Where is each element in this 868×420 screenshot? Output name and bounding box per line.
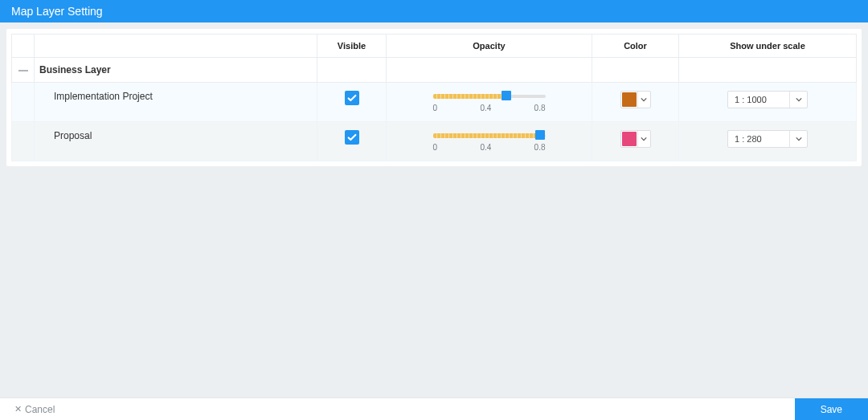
- color-picker[interactable]: [620, 130, 651, 148]
- header-color: Color: [592, 35, 679, 58]
- collapse-icon[interactable]: [18, 70, 28, 71]
- visible-checkbox[interactable]: [345, 130, 359, 145]
- scale-value: 1 : 1000: [728, 92, 789, 108]
- chevron-down-icon: [789, 131, 807, 147]
- cancel-label: Cancel: [25, 404, 55, 415]
- scale-dropdown[interactable]: 1 : 1000: [727, 91, 808, 108]
- slider-handle[interactable]: [502, 91, 511, 100]
- chevron-down-icon: [637, 131, 650, 147]
- group-name: Business Layer: [35, 58, 317, 83]
- slider-ticks: 0 0.4 0.8: [433, 104, 546, 112]
- color-picker[interactable]: [620, 91, 651, 108]
- layer-table: Visible Opacity Color Show under scale B…: [11, 34, 857, 161]
- scale-value: 1 : 280: [728, 131, 789, 147]
- color-swatch: [622, 132, 637, 146]
- save-button[interactable]: Save: [795, 398, 868, 421]
- header-name: [35, 35, 317, 58]
- chevron-down-icon: [637, 92, 650, 108]
- table-row: Implementation Project: [12, 83, 857, 122]
- header-visible: Visible: [317, 35, 387, 58]
- table-header-row: Visible Opacity Color Show under scale: [12, 35, 857, 58]
- opacity-slider[interactable]: 0 0.4 0.8: [433, 91, 546, 112]
- color-swatch: [622, 92, 637, 107]
- header-scale: Show under scale: [679, 35, 857, 58]
- settings-panel: Visible Opacity Color Show under scale B…: [6, 29, 862, 166]
- visible-checkbox[interactable]: [345, 91, 359, 105]
- check-icon: [346, 132, 358, 143]
- layer-name: Proposal: [35, 122, 317, 161]
- titlebar: Map Layer Setting: [0, 0, 868, 22]
- footer: ✕ Cancel Save: [0, 398, 868, 420]
- check-icon: [346, 92, 358, 104]
- opacity-slider[interactable]: 0 0.4 0.8: [433, 130, 546, 152]
- page-title: Map Layer Setting: [11, 5, 103, 18]
- slider-ticks: 0 0.4 0.8: [433, 143, 546, 152]
- save-label: Save: [821, 404, 842, 415]
- header-toggle: [12, 35, 35, 58]
- table-row: Proposal: [12, 122, 857, 161]
- layer-name: Implementation Project: [35, 83, 317, 122]
- header-opacity: Opacity: [387, 35, 592, 58]
- cancel-button[interactable]: ✕ Cancel: [14, 404, 55, 415]
- scale-dropdown[interactable]: 1 : 280: [727, 130, 808, 148]
- chevron-down-icon: [789, 92, 807, 108]
- group-row: Business Layer: [12, 58, 857, 83]
- slider-handle[interactable]: [535, 130, 545, 140]
- close-icon: ✕: [14, 404, 22, 414]
- content-area: Visible Opacity Color Show under scale B…: [0, 22, 868, 173]
